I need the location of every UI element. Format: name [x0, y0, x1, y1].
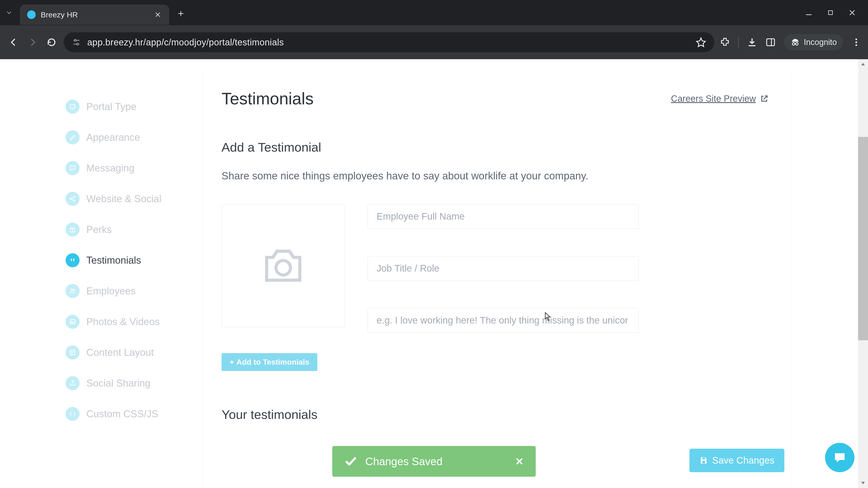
save-button-label: Save Changes: [712, 455, 774, 466]
form-fields: [368, 204, 639, 333]
browser-chrome: Breezy HR: [0, 0, 868, 59]
svg-point-17: [855, 39, 857, 40]
reload-button[interactable]: [45, 35, 58, 49]
svg-rect-38: [702, 461, 705, 463]
sidebar-item-label: Photos & Videos: [86, 316, 160, 327]
preview-link-label: Careers Site Preview: [671, 94, 756, 104]
bookmark-star-icon[interactable]: [696, 37, 706, 47]
sidebar-item-label: Social Sharing: [86, 378, 151, 389]
chat-support-button[interactable]: [825, 443, 855, 472]
checkmark-icon: [344, 455, 357, 468]
plus-icon: +: [230, 358, 234, 366]
sidebar-item-perks[interactable]: Perks: [66, 214, 203, 245]
svg-line-26: [71, 199, 74, 200]
main-content: Testimonials Careers Site Preview Add a …: [204, 69, 791, 488]
scrollbar-track[interactable]: [858, 69, 868, 478]
page-content: Portal Type Appearance Messaging Website…: [0, 59, 868, 488]
save-changes-button[interactable]: Save Changes: [689, 449, 784, 472]
side-panel-icon[interactable]: [765, 37, 776, 47]
sidebar-item-label: Messaging: [86, 162, 134, 174]
divider: [791, 69, 791, 488]
svg-rect-37: [702, 457, 705, 459]
site-settings-icon[interactable]: [72, 38, 81, 47]
downloads-icon[interactable]: [747, 37, 757, 47]
sidebar-item-label: Content Layout: [86, 347, 154, 358]
employee-name-input[interactable]: [368, 204, 639, 229]
toolbar-right-icons: Incognito: [720, 34, 861, 51]
scroll-down-arrow[interactable]: [858, 478, 868, 488]
svg-point-9: [74, 39, 76, 41]
photo-upload[interactable]: [221, 204, 345, 327]
section-description: Share some nice things employees have to…: [221, 168, 769, 184]
minimize-button[interactable]: [804, 8, 813, 17]
svg-point-19: [855, 44, 857, 46]
svg-point-11: [76, 43, 79, 45]
section-title: Add a Testimonial: [221, 140, 769, 155]
scrollbar-thumb[interactable]: [858, 137, 868, 340]
toast-close-button[interactable]: [515, 457, 524, 465]
tab-close-button[interactable]: [154, 11, 162, 19]
tab-search-dropdown[interactable]: [3, 6, 16, 19]
page-title: Testimonials: [221, 89, 313, 108]
users-icon: [66, 284, 80, 298]
favicon-icon: [27, 10, 36, 19]
gift-icon: [66, 223, 80, 236]
address-bar[interactable]: app.breezy.hr/app/c/moodjoy/portal/testi…: [64, 32, 714, 52]
social-share-icon: [66, 376, 80, 390]
camera-icon: [256, 241, 310, 291]
menu-button[interactable]: [851, 37, 861, 47]
sidebar-item-website-social[interactable]: Website & Social: [66, 184, 203, 214]
sidebar-item-content-layout[interactable]: Content Layout: [66, 337, 203, 368]
testimonial-form: [221, 204, 769, 333]
forward-button[interactable]: [26, 35, 39, 49]
sidebar-item-testimonials[interactable]: Testimonials: [66, 245, 203, 275]
incognito-label: Incognito: [804, 37, 837, 47]
svg-marker-40: [861, 482, 865, 484]
incognito-badge[interactable]: Incognito: [784, 34, 843, 51]
maximize-button[interactable]: [826, 8, 835, 17]
share-icon: [66, 192, 80, 206]
back-button[interactable]: [7, 35, 20, 49]
sidebar-item-social-sharing[interactable]: Social Sharing: [66, 368, 203, 398]
extensions-icon[interactable]: [720, 37, 730, 47]
appearance-icon: [66, 130, 80, 144]
vertical-scrollbar[interactable]: [858, 59, 868, 488]
svg-point-14: [792, 43, 795, 45]
sidebar-item-portal-type[interactable]: Portal Type: [66, 91, 203, 122]
sidebar-item-label: Employees: [86, 285, 135, 297]
add-button-label: Add to Testimonials: [237, 358, 309, 366]
job-title-input[interactable]: [368, 256, 639, 281]
scroll-up-arrow[interactable]: [858, 59, 868, 69]
sidebar-item-photos-videos[interactable]: Photos & Videos: [66, 306, 203, 337]
external-link-icon: [760, 94, 769, 103]
layout-icon: [66, 346, 80, 359]
separator: [738, 37, 739, 48]
quote-icon: [66, 253, 80, 267]
sidebar-item-custom-css-js[interactable]: Custom CSS/JS: [66, 398, 203, 429]
window-close-button[interactable]: [848, 8, 857, 17]
portal-type-icon: [66, 100, 80, 113]
svg-point-15: [796, 43, 798, 45]
new-tab-button[interactable]: [175, 7, 187, 20]
svg-rect-31: [70, 320, 75, 324]
svg-line-25: [71, 197, 74, 198]
sidebar-item-employees[interactable]: Employees: [66, 275, 203, 306]
sidebar-item-label: Testimonials: [86, 255, 141, 266]
chat-icon: [833, 450, 847, 465]
sidebar-item-messaging[interactable]: Messaging: [66, 153, 203, 184]
media-icon: [66, 315, 80, 329]
testimonial-quote-input[interactable]: [368, 308, 639, 333]
browser-toolbar: app.breezy.hr/app/c/moodjoy/portal/testi…: [0, 25, 868, 59]
svg-point-30: [73, 289, 75, 291]
tab-strip: Breezy HR: [0, 0, 868, 25]
browser-tab[interactable]: Breezy HR: [20, 4, 169, 25]
tab-title: Breezy HR: [41, 10, 149, 19]
careers-preview-link[interactable]: Careers Site Preview: [671, 94, 769, 104]
sidebar-item-appearance[interactable]: Appearance: [66, 122, 203, 153]
sidebar: Portal Type Appearance Messaging Website…: [0, 69, 204, 488]
your-testimonials-section: Your testimonials: [221, 407, 769, 422]
svg-point-36: [276, 260, 290, 275]
page-header: Testimonials Careers Site Preview: [221, 89, 769, 108]
sidebar-item-label: Website & Social: [86, 193, 161, 204]
add-to-testimonials-button[interactable]: + Add to Testimonials: [221, 353, 317, 371]
